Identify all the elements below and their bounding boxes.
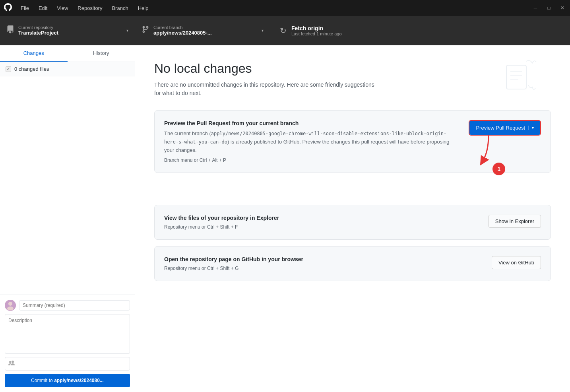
branch-icon (142, 25, 149, 35)
tab-changes[interactable]: Changes (0, 45, 68, 62)
select-all-checkbox[interactable]: ✓ (6, 66, 11, 72)
avatar-image (5, 300, 16, 311)
svg-rect-3 (506, 65, 526, 89)
svg-point-1 (8, 302, 12, 306)
commit-label: Commit to (31, 378, 54, 383)
annotation-arrow (477, 136, 500, 167)
assignee-row[interactable] (5, 357, 130, 371)
avatar (5, 300, 16, 311)
show-explorer-card: View the files of your repository in Exp… (154, 205, 551, 240)
no-changes-subtitle: There are no uncommitted changes in this… (154, 81, 377, 97)
show-explorer-button[interactable]: Show in Explorer (489, 215, 541, 228)
preview-pr-desc: The current branch (apply/news/20240805-… (164, 130, 459, 154)
view-github-button[interactable]: View on GitHub (492, 256, 541, 269)
repo-icon (6, 25, 14, 35)
preview-pr-action: Preview Pull Request ▾ 1 (469, 120, 541, 136)
menu-repository[interactable]: Repository (74, 4, 106, 13)
menu-view[interactable]: View (53, 4, 72, 13)
view-github-title: Open the repository page on GitHub in yo… (164, 256, 482, 262)
commit-button[interactable]: Commit to apply/news/2024080... (5, 374, 130, 387)
content-area: No local changes There are no uncommitte… (135, 45, 570, 392)
repo-text: Current repository TranslateProject (18, 25, 122, 36)
fetch-section[interactable]: ↻ Fetch origin Last fetched 1 minute ago (270, 16, 413, 45)
app-logo (4, 3, 12, 13)
view-github-shortcut: Repository menu or Ctrl + Shift + G (164, 266, 482, 271)
minimize-button[interactable]: ─ (532, 5, 539, 11)
sidebar: Changes History ✓ 0 changed files (0, 45, 135, 392)
fetch-title: Fetch origin (291, 25, 342, 31)
svg-point-2 (7, 307, 14, 310)
fetch-icon: ↻ (280, 26, 287, 35)
preview-pr-card: Preview the Pull Request from your curre… (154, 110, 551, 173)
changed-files-row: ✓ 0 changed files (0, 62, 135, 76)
menu-file[interactable]: File (17, 4, 33, 13)
branch-text: Current branch apply/news/20240805-... (153, 25, 258, 36)
changed-count: 0 changed files (14, 66, 49, 72)
preview-pr-button[interactable]: Preview Pull Request ▾ (469, 121, 540, 135)
menu-help[interactable]: Help (134, 4, 153, 13)
menu-edit[interactable]: Edit (35, 4, 51, 13)
description-textarea[interactable] (5, 314, 130, 354)
summary-input[interactable] (19, 300, 130, 310)
repo-label: Current repository (18, 25, 122, 30)
preview-pr-btn-label: Preview Pull Request (476, 125, 525, 131)
fetch-sub: Last fetched 1 minute ago (291, 31, 342, 36)
preview-pr-shortcut: Branch menu or Ctrl + Alt + P (164, 157, 459, 163)
preview-pr-btn-wrapper: Preview Pull Request ▾ (469, 120, 541, 136)
repo-section[interactable]: Current repository TranslateProject ▾ (0, 16, 135, 45)
toolbar: Current repository TranslateProject ▾ Cu… (0, 16, 570, 45)
view-github-action: View on GitHub (492, 256, 541, 269)
window-controls: ─ □ ✕ (532, 5, 566, 11)
illustration (498, 57, 546, 99)
preview-pr-title: Preview the Pull Request from your curre… (164, 120, 459, 126)
summary-row (5, 300, 130, 311)
fetch-text: Fetch origin Last fetched 1 minute ago (291, 25, 342, 36)
no-changes-title: No local changes (154, 61, 551, 76)
branch-chevron-icon: ▾ (262, 28, 264, 33)
branch-section[interactable]: Current branch apply/news/20240805-... ▾ (135, 16, 270, 45)
dropdown-arrow-icon[interactable]: ▾ (528, 126, 534, 130)
close-button[interactable]: ✕ (559, 5, 566, 11)
sidebar-bottom: Commit to apply/news/2024080... (0, 295, 135, 392)
add-assignee-icon (8, 360, 15, 368)
preview-pr-body: Preview the Pull Request from your curre… (164, 120, 459, 163)
commit-branch: apply/news/2024080... (54, 378, 104, 383)
menubar: File Edit View Repository Branch Help ─ … (0, 0, 570, 16)
maximize-button[interactable]: □ (545, 5, 553, 11)
menu-branch[interactable]: Branch (108, 4, 132, 13)
main-layout: Changes History ✓ 0 changed files (0, 45, 570, 392)
show-explorer-shortcut: Repository menu or Ctrl + Shift + F (164, 224, 479, 230)
tab-history[interactable]: History (68, 45, 135, 62)
view-github-card: Open the repository page on GitHub in yo… (154, 246, 551, 281)
desc-prefix: The current branch ( (164, 130, 211, 136)
sidebar-tabs: Changes History (0, 45, 135, 62)
branch-name: apply/news/20240805-... (153, 30, 233, 36)
branch-label: Current branch (153, 25, 258, 30)
show-explorer-title: View the files of your repository in Exp… (164, 215, 479, 221)
show-explorer-action: Show in Explorer (489, 215, 541, 228)
repo-name: TranslateProject (18, 30, 98, 36)
view-github-body: Open the repository page on GitHub in yo… (164, 256, 482, 271)
show-explorer-body: View the files of your repository in Exp… (164, 215, 479, 230)
file-list (0, 76, 135, 295)
repo-chevron-icon: ▾ (126, 28, 128, 33)
